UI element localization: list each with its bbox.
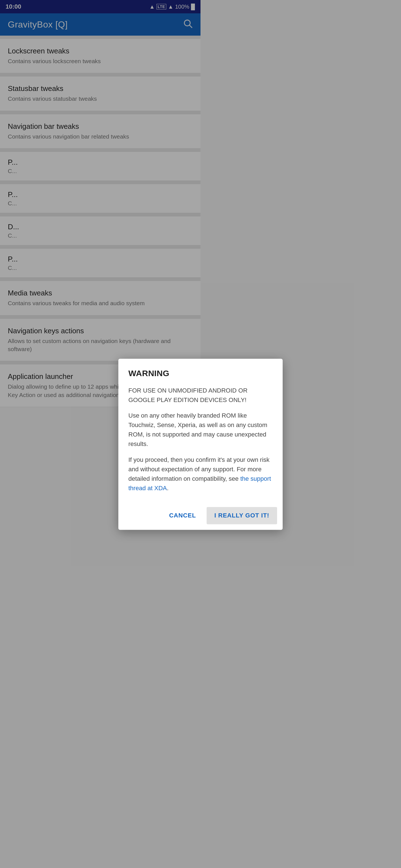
dialog-paragraph2: Use on any other heavily branded ROM lik…: [128, 411, 200, 434]
dialog-paragraph1: FOR USE ON UNMODIFIED ANDROID OR GOOGLE …: [128, 386, 200, 405]
dialog-title: WARNING: [128, 369, 200, 378]
warning-dialog: WARNING FOR USE ON UNMODIFIED ANDROID OR…: [118, 359, 200, 434]
dialog-body: WARNING FOR USE ON UNMODIFIED ANDROID OR…: [118, 359, 200, 434]
